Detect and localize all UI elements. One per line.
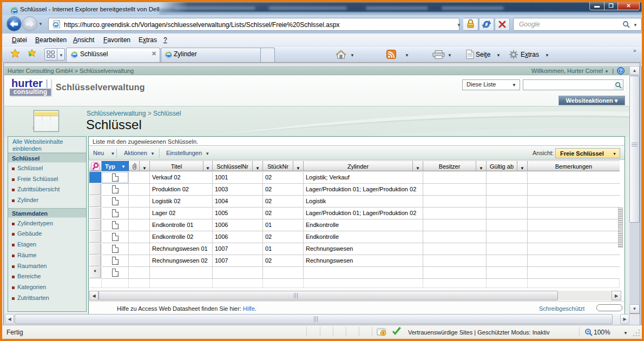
svg-text:?: ? xyxy=(619,68,622,73)
svg-text:+: + xyxy=(587,330,589,333)
svg-text:!: ! xyxy=(383,331,384,336)
